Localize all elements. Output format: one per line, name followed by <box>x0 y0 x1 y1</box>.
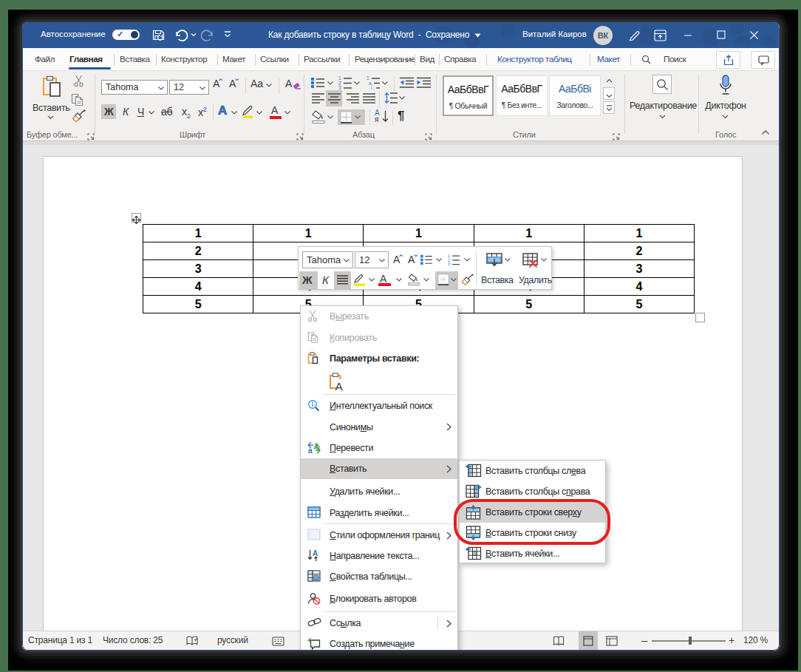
svg-text:あ: あ <box>314 442 321 449</box>
svg-text:а: а <box>308 446 313 454</box>
svg-text:А: А <box>335 380 344 391</box>
svg-text:3: 3 <box>338 85 341 89</box>
svg-text:i: i <box>371 85 372 89</box>
svg-text:3: 3 <box>448 262 450 265</box>
svg-text:А: А <box>313 549 318 557</box>
